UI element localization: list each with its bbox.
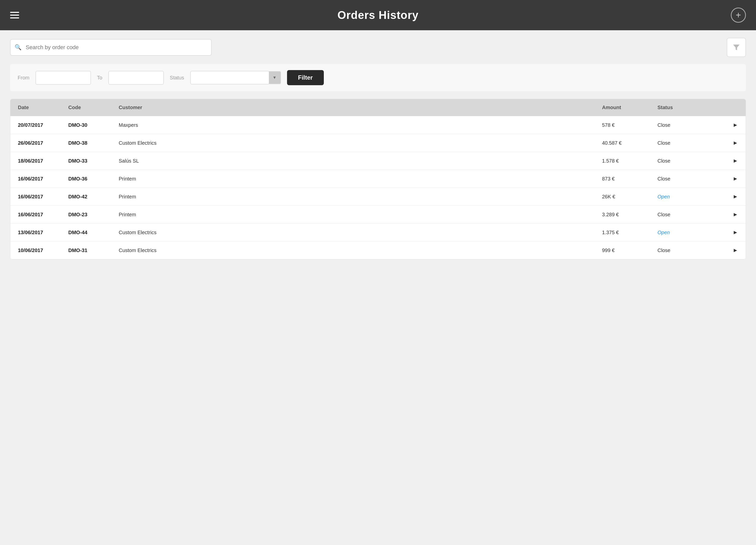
cell-status: Close <box>657 212 723 217</box>
cell-status: Close <box>657 158 723 164</box>
search-icon: 🔍 <box>15 44 21 51</box>
to-label: To <box>97 75 102 81</box>
cell-amount: 873 € <box>602 176 657 182</box>
menu-icon[interactable] <box>10 12 19 18</box>
cell-date: 13/06/2017 <box>18 230 68 235</box>
cell-code: DMO-33 <box>68 158 119 164</box>
row-arrow-icon[interactable]: ► <box>723 157 738 164</box>
plus-icon: + <box>736 10 741 20</box>
cell-status: Close <box>657 122 723 128</box>
cell-date: 18/06/2017 <box>18 158 68 164</box>
cell-code: DMO-38 <box>68 140 119 146</box>
col-amount: Amount <box>602 105 657 110</box>
cell-customer: Printem <box>119 212 602 217</box>
cell-date: 16/06/2017 <box>18 194 68 200</box>
cell-date: 26/06/2017 <box>18 140 68 146</box>
cell-code: DMO-23 <box>68 212 119 217</box>
from-date-input[interactable] <box>36 71 91 85</box>
cell-status: Close <box>657 176 723 182</box>
filter-button[interactable]: Filter <box>287 70 324 85</box>
cell-status: Open <box>657 230 723 235</box>
status-label: Status <box>170 75 184 81</box>
filter-row: From To Status Close Open Filter <box>10 64 746 91</box>
cell-status: Close <box>657 247 723 253</box>
cell-customer: Custom Electrics <box>119 247 602 253</box>
cell-customer: Custom Electrics <box>119 140 602 146</box>
page-title: Orders History <box>337 9 419 21</box>
row-arrow-icon[interactable]: ► <box>723 122 738 128</box>
col-action <box>723 105 738 110</box>
search-row: 🔍 <box>10 38 746 57</box>
row-arrow-icon[interactable]: ► <box>723 193 738 200</box>
table-row[interactable]: 13/06/2017 DMO-44 Custom Electrics 1.375… <box>10 223 746 241</box>
search-input-wrap: 🔍 <box>10 39 212 56</box>
table-header: Date Code Customer Amount Status <box>10 99 746 116</box>
table-row[interactable]: 16/06/2017 DMO-36 Printem 873 € Close ► <box>10 170 746 187</box>
cell-customer: Salús SL <box>119 158 602 164</box>
add-order-button[interactable]: + <box>731 8 746 23</box>
cell-amount: 40.587 € <box>602 140 657 146</box>
table-row[interactable]: 16/06/2017 DMO-23 Printem 3.289 € Close … <box>10 205 746 223</box>
cell-code: DMO-44 <box>68 230 119 235</box>
cell-amount: 1.578 € <box>602 158 657 164</box>
cell-customer: Printem <box>119 176 602 182</box>
cell-amount: 26K € <box>602 194 657 200</box>
cell-status: Open <box>657 194 723 200</box>
row-arrow-icon[interactable]: ► <box>723 211 738 218</box>
main-content: 🔍 From To Status Close Open Filter Date <box>0 30 756 267</box>
status-dropdown-arrow[interactable] <box>269 71 281 84</box>
orders-table: Date Code Customer Amount Status 20/07/2… <box>10 99 746 259</box>
cell-code: DMO-36 <box>68 176 119 182</box>
col-code: Code <box>68 105 119 110</box>
cell-code: DMO-31 <box>68 247 119 253</box>
row-arrow-icon[interactable]: ► <box>723 229 738 236</box>
col-date: Date <box>18 105 68 110</box>
table-row[interactable]: 20/07/2017 DMO-30 Maxpers 578 € Close ► <box>10 116 746 134</box>
search-input[interactable] <box>10 39 212 56</box>
row-arrow-icon[interactable]: ► <box>723 175 738 182</box>
app-header: Orders History + <box>0 0 756 30</box>
cell-customer: Printem <box>119 194 602 200</box>
to-date-input[interactable] <box>108 71 164 85</box>
cell-customer: Maxpers <box>119 122 602 128</box>
cell-status: Close <box>657 140 723 146</box>
cell-amount: 1.375 € <box>602 230 657 235</box>
cell-customer: Custom Electrics <box>119 230 602 235</box>
cell-code: DMO-30 <box>68 122 119 128</box>
row-arrow-icon[interactable]: ► <box>723 247 738 253</box>
cell-date: 20/07/2017 <box>18 122 68 128</box>
filter-icon-button[interactable] <box>727 38 746 57</box>
table-row[interactable]: 18/06/2017 DMO-33 Salús SL 1.578 € Close… <box>10 152 746 170</box>
funnel-icon <box>732 43 741 52</box>
from-label: From <box>18 75 29 81</box>
status-select-wrap: Close Open <box>190 71 281 84</box>
table-body: 20/07/2017 DMO-30 Maxpers 578 € Close ► … <box>10 116 746 259</box>
cell-date: 16/06/2017 <box>18 176 68 182</box>
cell-date: 10/06/2017 <box>18 247 68 253</box>
cell-amount: 999 € <box>602 247 657 253</box>
cell-date: 16/06/2017 <box>18 212 68 217</box>
cell-code: DMO-42 <box>68 194 119 200</box>
col-customer: Customer <box>119 105 602 110</box>
col-status: Status <box>657 105 723 110</box>
table-row[interactable]: 16/06/2017 DMO-42 Printem 26K € Open ► <box>10 187 746 205</box>
status-select[interactable]: Close Open <box>190 71 269 84</box>
table-row[interactable]: 26/06/2017 DMO-38 Custom Electrics 40.58… <box>10 134 746 152</box>
table-row[interactable]: 10/06/2017 DMO-31 Custom Electrics 999 €… <box>10 241 746 259</box>
row-arrow-icon[interactable]: ► <box>723 140 738 146</box>
cell-amount: 578 € <box>602 122 657 128</box>
cell-amount: 3.289 € <box>602 212 657 217</box>
